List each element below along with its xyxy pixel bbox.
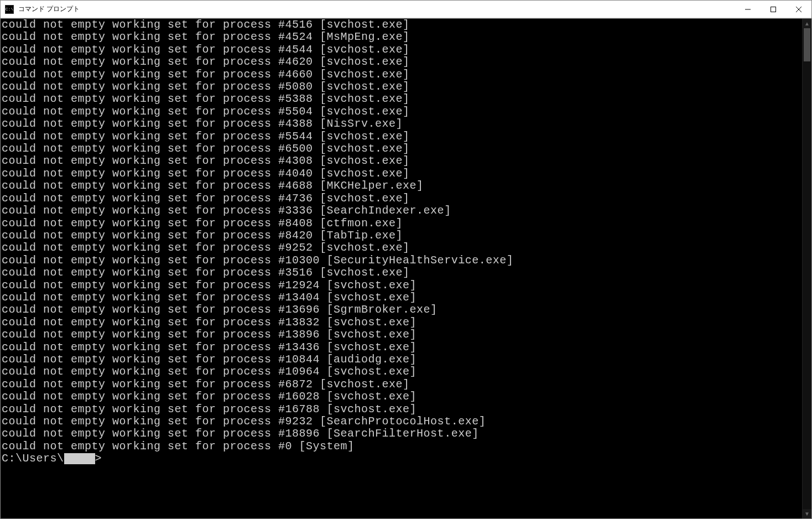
scroll-down-button[interactable]: ▼ [803, 509, 811, 518]
app-icon: C:\ [5, 5, 14, 14]
svg-rect-1 [771, 7, 776, 12]
terminal-text: could not empty working set for process … [2, 19, 802, 453]
window-title: コマンド プロンプト [17, 4, 735, 14]
terminal-output[interactable]: could not empty working set for process … [1, 19, 802, 518]
close-button[interactable] [786, 1, 811, 18]
window-controls [735, 1, 811, 18]
command-prompt-window: C:\ コマンド プロンプト could not empty working s… [0, 0, 812, 519]
prompt-line: C:\Users\> [2, 453, 802, 465]
scroll-thumb[interactable] [804, 28, 810, 61]
vertical-scrollbar[interactable]: ▲ ▼ [802, 19, 811, 518]
client-area: could not empty working set for process … [1, 18, 811, 518]
app-icon-label: C:\ [6, 7, 13, 12]
scroll-track[interactable] [803, 28, 811, 509]
titlebar[interactable]: C:\ コマンド プロンプト [1, 1, 811, 18]
prompt-path-prefix: C:\Users\ [2, 453, 64, 465]
redacted-username [64, 453, 95, 464]
maximize-button[interactable] [761, 1, 786, 18]
minimize-button[interactable] [735, 1, 761, 18]
prompt-suffix: > [95, 453, 102, 465]
scroll-up-button[interactable]: ▲ [803, 19, 811, 28]
